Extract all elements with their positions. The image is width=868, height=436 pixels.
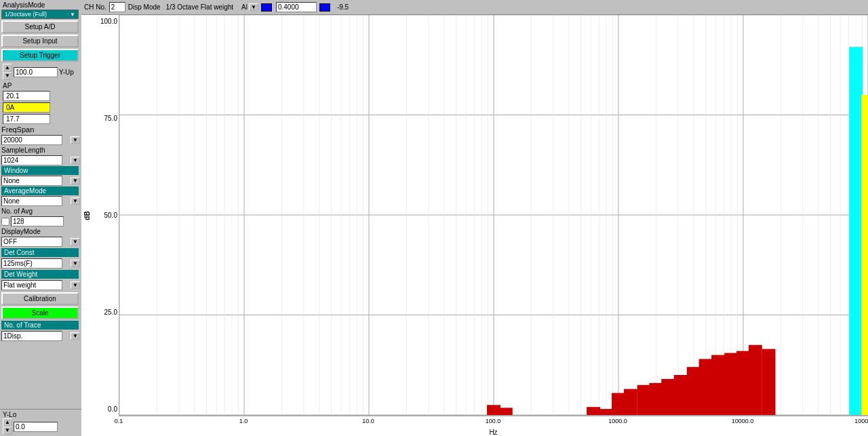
ap-value: 20.1 xyxy=(3,91,50,101)
freqspan-label: FreqSpan xyxy=(1,125,80,134)
analysis-mode-arrow: ▼ xyxy=(70,12,75,18)
calibration-button[interactable]: Calibration xyxy=(1,292,79,305)
freqspan-arrow[interactable]: ▼ xyxy=(71,136,80,144)
oa-label: 0A xyxy=(3,102,50,113)
setup-ad-button[interactable]: Setup A/D xyxy=(1,20,79,33)
x-axis: 0.11.010.0100.01000.010000.0100000.0 Hz xyxy=(119,416,868,436)
chart-body: dB 100.0 75.0 50.0 25.0 0.0 0. xyxy=(81,15,868,436)
x-unit: Hz xyxy=(119,429,868,436)
ch-label: CH No. xyxy=(84,3,106,11)
al-container: Al ▼ xyxy=(241,3,258,11)
no-of-trace-label: No. of Trace xyxy=(1,321,79,330)
x-axis-label: 0.1 xyxy=(115,418,123,424)
y-lo-area: Y-Lo ▲ ▼ xyxy=(0,409,81,436)
y-label-50: 50.0 xyxy=(104,212,117,219)
y-up-area: ▲ ▼ Y-Up xyxy=(0,62,81,81)
y-up-decrement[interactable]: ▼ xyxy=(3,72,12,80)
no-of-avg-label: No. of Avg xyxy=(1,207,80,215)
oa-value: 17.7 xyxy=(3,114,50,124)
x-axis-label: 10000.0 xyxy=(732,418,754,424)
y-axis: dB 100.0 75.0 50.0 25.0 0.0 xyxy=(81,15,119,416)
det-weight-label: Det Weight xyxy=(1,270,79,279)
no-of-avg-input[interactable] xyxy=(11,216,64,226)
samplelength-arrow[interactable]: ▼ xyxy=(71,157,80,164)
x-axis-label: 100000.0 xyxy=(854,418,868,424)
ap-label: AP xyxy=(0,81,81,90)
displaymode-label: DisplayMode xyxy=(1,228,80,235)
value1-input[interactable] xyxy=(276,2,317,12)
average-mode-label: AverageMode xyxy=(1,186,79,195)
det-const-input[interactable] xyxy=(1,258,62,269)
det-const-arrow[interactable]: ▼ xyxy=(71,260,80,267)
y-label-75: 75.0 xyxy=(104,115,117,122)
det-weight-input[interactable] xyxy=(1,280,62,290)
displaymode-arrow[interactable]: ▼ xyxy=(71,238,80,245)
window-arrow[interactable]: ▼ xyxy=(71,177,80,184)
window-input[interactable] xyxy=(1,176,62,186)
x-axis-label: 1000.0 xyxy=(608,418,627,424)
displaymode-input[interactable] xyxy=(1,237,62,247)
y-lo-input[interactable] xyxy=(14,422,58,432)
scale-button[interactable]: Scale xyxy=(1,306,79,319)
x-axis-label: 1.0 xyxy=(239,418,248,424)
freqspan-input[interactable] xyxy=(1,135,62,145)
color-box-blue xyxy=(261,3,272,12)
y-up-input[interactable] xyxy=(14,67,58,77)
neg-val: -9.5 xyxy=(334,3,351,12)
y-lo-decrement[interactable]: ▼ xyxy=(3,427,12,435)
setup-trigger-button[interactable]: Setup Trigger xyxy=(1,49,79,62)
al-dropdown-btn[interactable]: ▼ xyxy=(249,3,258,11)
chart-inner: dB 100.0 75.0 50.0 25.0 0.0 xyxy=(81,15,868,416)
bars-canvas xyxy=(119,15,868,415)
plot-area xyxy=(119,15,868,416)
samplelength-input[interactable] xyxy=(1,155,62,165)
x-axis-label: 100.0 xyxy=(486,418,501,424)
top-bar: CH No. Disp Mode 1/3 Octave Flat weight … xyxy=(81,0,868,15)
y-label-0: 0.0 xyxy=(108,405,117,413)
chart-panel: CH No. Disp Mode 1/3 Octave Flat weight … xyxy=(81,0,868,436)
no-of-avg-checkbox[interactable] xyxy=(1,218,9,226)
averagemode-arrow[interactable]: ▼ xyxy=(71,197,80,205)
y-label-100: 100.0 xyxy=(100,18,117,25)
det-weight-arrow[interactable]: ▼ xyxy=(71,281,80,289)
al-label: Al xyxy=(241,3,248,11)
y-lo-label: Y-Lo xyxy=(3,411,79,418)
sidebar: AnalysisMode 1/3octave (Full) ▼ Setup A/… xyxy=(0,0,81,436)
y-up-increment[interactable]: ▲ xyxy=(3,64,12,72)
disp-mode-value: 1/3 Octave Flat weight xyxy=(163,3,237,12)
setup-input-button[interactable]: Setup Input xyxy=(1,35,79,47)
y-up-label: Y-Up xyxy=(59,68,74,76)
disp-mode-label: Disp Mode xyxy=(128,3,161,11)
samplelength-label: SampleLength xyxy=(1,146,80,154)
no-of-trace-input[interactable] xyxy=(1,331,62,341)
analysis-mode-label: AnalysisMode xyxy=(1,1,80,9)
no-of-trace-arrow[interactable]: ▼ xyxy=(71,332,80,340)
y-label-25: 25.0 xyxy=(104,309,117,316)
analysis-mode-dropdown[interactable]: 1/3octave (Full) ▼ xyxy=(1,9,79,19)
det-const-label: Det Const xyxy=(1,248,79,257)
x-axis-label: 10.0 xyxy=(362,418,374,424)
color-box-blue2 xyxy=(319,3,330,12)
window-label: Window xyxy=(1,166,79,175)
averagemode-input[interactable] xyxy=(1,196,62,206)
y-lo-increment[interactable]: ▲ xyxy=(3,418,12,427)
ch-no-input[interactable] xyxy=(109,2,125,12)
y-axis-unit: dB xyxy=(83,211,91,220)
